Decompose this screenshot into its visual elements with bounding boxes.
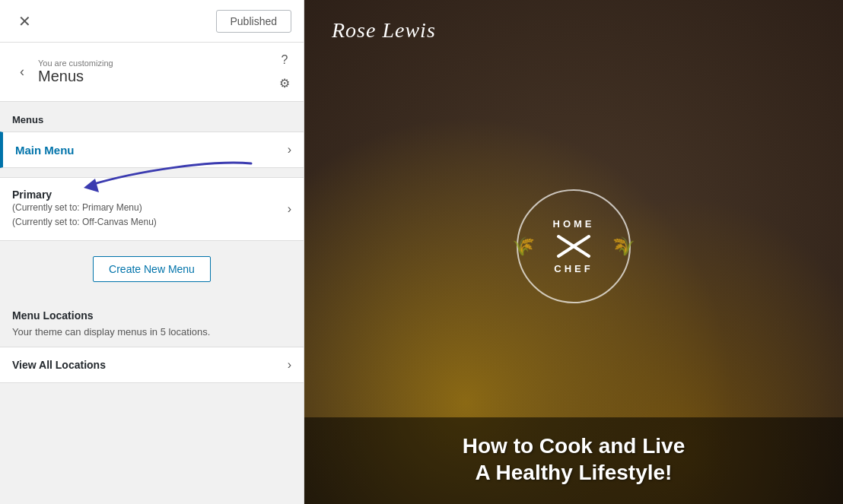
right-panel: Rose Lewis 🌾 HOME CHEF 🌾 How to Cook and… [304,0,843,504]
customizing-header: ‹ You are customizing Menus ? ⚙ [0,43,304,102]
headline-line2: A Healthy Lifestyle! [476,461,673,484]
preview-headline: How to Cook and Live A Healthy Lifestyle… [327,433,820,486]
top-bar: ✕ Published [0,0,304,43]
headline-line1: How to Cook and Live [463,434,685,458]
site-title: Rose Lewis [332,18,436,43]
chevron-right-icon: › [288,143,291,157]
left-panel: ✕ Published ‹ You are customizing Menus … [0,0,304,504]
rolling-pins-icon [551,233,596,260]
view-all-chevron-icon: › [288,358,291,372]
create-menu-wrap: Create New Menu [0,241,304,297]
primary-text-block: Primary (Currently set to: Primary Menu)… [12,189,288,230]
chef-logo: 🌾 HOME CHEF 🌾 [513,185,635,307]
published-button[interactable]: Published [216,10,292,33]
back-button[interactable]: ‹ [15,62,29,81]
menu-locations-heading: Menu Locations [0,300,304,326]
header-icons: ? ⚙ [278,52,291,92]
close-button[interactable]: ✕ [12,9,37,33]
customizing-title: Menus [38,68,278,85]
primary-sub2: (Currently set to: Off-Canvas Menu) [12,215,288,230]
settings-button[interactable]: ⚙ [278,74,291,92]
chef-home-text: HOME [553,218,595,230]
primary-sub1: (Currently set to: Primary Menu) [12,201,288,215]
preview-bottom-text: How to Cook and Live A Healthy Lifestyle… [304,417,843,504]
main-menu-label: Main Menu [15,144,288,157]
primary-menu-item[interactable]: Primary (Currently set to: Primary Menu)… [0,177,304,241]
customizing-subtitle: You are customizing [38,59,278,68]
wheat-right-icon: 🌾 [612,236,635,257]
menus-heading: Menus [0,102,304,132]
wheat-left-icon: 🌾 [512,236,535,257]
menu-locations-desc: Your theme can display menus in 5 locati… [0,326,304,347]
main-menu-item[interactable]: Main Menu › [0,132,304,168]
chef-circle: 🌾 HOME CHEF 🌾 [517,189,631,303]
panel-content: Menus Main Menu › Primary (Currently set… [0,102,304,504]
view-all-label: View All Locations [12,359,288,371]
customizing-text-block: You are customizing Menus [38,59,278,85]
create-new-menu-button[interactable]: Create New Menu [93,256,211,282]
chef-chef-text: CHEF [554,263,593,274]
primary-title: Primary [12,189,288,201]
primary-chevron-icon: › [288,202,291,216]
menu-locations-section: Menu Locations Your theme can display me… [0,297,304,386]
view-all-locations-item[interactable]: View All Locations › [0,347,304,383]
help-button[interactable]: ? [280,52,290,68]
